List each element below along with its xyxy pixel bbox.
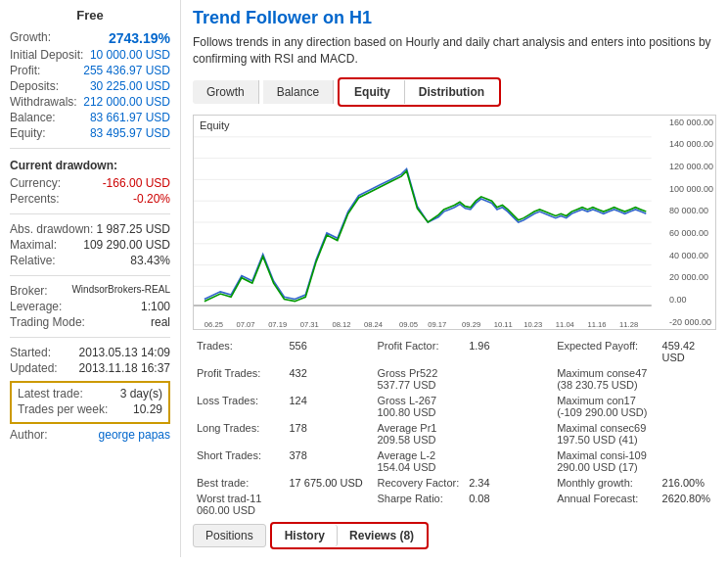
y-axis-labels: 160 000.00 140 000.00 120 000.00 100 000…: [669, 116, 713, 329]
max-consec-profit-label: Maximum conse47 (38 230.75 USD): [553, 365, 658, 393]
initial-deposit-label: Initial Deposit:: [10, 48, 83, 62]
started-label: Started:: [10, 346, 51, 359]
latest-trade-label: Latest trade:: [18, 387, 83, 400]
worst-trade-label: Worst trad-11 060.00 USD: [193, 491, 286, 518]
recovery-factor-label: Recovery Factor:: [374, 475, 466, 491]
updated-value: 2013.11.18 16:37: [79, 361, 170, 375]
relative-value: 83.43%: [130, 254, 170, 267]
abs-drawdown-label: Abs. drawdown:: [10, 222, 93, 236]
sharpe-ratio-value: 0.08: [465, 491, 553, 518]
maximal-consec-profit-label: Maximal consec69 197.50 USD (41): [553, 420, 658, 447]
chart-tabs: Growth Balance Equity Distribution: [193, 77, 716, 107]
short-trades-label: Short Trades:: [193, 447, 286, 475]
profit-label: Profit:: [10, 64, 40, 77]
svg-text:09.17: 09.17: [428, 319, 446, 328]
tab-growth[interactable]: Growth: [193, 80, 259, 104]
currency-label: Currency:: [10, 176, 61, 190]
growth-label: Growth:: [10, 30, 51, 46]
svg-text:11.04: 11.04: [556, 319, 575, 328]
latest-trade-value: 3 day(s): [120, 387, 162, 400]
tab-balance[interactable]: Balance: [263, 80, 334, 104]
long-trades-value: 178: [286, 420, 374, 447]
deposits-label: Deposits:: [10, 79, 59, 93]
profit-trades-value: 432: [286, 365, 374, 393]
trades-label: Trades:: [193, 338, 286, 365]
trading-mode-value: real: [151, 315, 170, 329]
profit-factor-value: 1.96: [465, 338, 553, 365]
trades-per-week-label: Trades per week:: [18, 402, 108, 416]
svg-text:07.31: 07.31: [300, 319, 319, 328]
svg-text:10.23: 10.23: [523, 319, 542, 328]
growth-value: 2743.19%: [109, 30, 170, 46]
maximal-label: Maximal:: [10, 238, 57, 252]
svg-text:07.19: 07.19: [268, 319, 287, 328]
sharpe-ratio-label: Sharpe Ratio:: [374, 491, 466, 518]
loss-trades-label: Loss Trades:: [193, 393, 286, 420]
max-consec-loss-label: Maximum con17 (-109 290.00 USD): [553, 393, 658, 420]
recovery-factor-value: 2.34: [465, 475, 553, 491]
svg-text:08.24: 08.24: [364, 319, 384, 328]
active-bottom-tab-group: History Reviews (8): [270, 522, 429, 549]
annual-forecast-value: 2620.80%: [659, 491, 716, 518]
percents-value: -0.20%: [133, 192, 170, 206]
broker-value: WindsorBrokers-REAL: [71, 284, 170, 298]
equity-label: Equity:: [10, 126, 46, 140]
main-title: Trend Follower on H1: [193, 8, 716, 28]
percents-label: Percents:: [10, 192, 60, 206]
long-trades-label: Long Trades:: [193, 420, 286, 447]
author-label: Author:: [10, 428, 48, 442]
sidebar-title: Free: [10, 8, 170, 23]
initial-deposit-value: 10 000.00 USD: [90, 48, 170, 62]
svg-text:11.16: 11.16: [587, 319, 606, 328]
author-link[interactable]: george papas: [99, 428, 170, 442]
withdrawals-label: Withdrawals:: [10, 95, 77, 109]
leverage-value: 1:100: [141, 300, 170, 313]
profit-trades-label: Profit Trades:: [193, 365, 286, 393]
deposits-value: 30 225.00 USD: [90, 79, 170, 93]
active-tab-group: Equity Distribution: [338, 77, 501, 107]
avg-loss-label: Average L-2 154.04 USD: [374, 447, 466, 475]
svg-text:09.29: 09.29: [462, 319, 480, 328]
svg-text:10.11: 10.11: [494, 319, 513, 328]
main-description: Follows trends in any direction based on…: [193, 34, 716, 68]
withdrawals-value: 212 000.00 USD: [83, 95, 170, 109]
gross-loss-label: Gross L-267 100.80 USD: [374, 393, 466, 420]
maximal-consec-loss-label: Maximal consi-109 290.00 USD (17): [553, 447, 658, 475]
stats-table: Trades: 556 Profit Factor: 1.96 Expected…: [193, 338, 716, 518]
drawdown-title: Current drawdown:: [10, 159, 170, 172]
gross-profit-label: Gross PrGross Pr522 537.77 USD: [374, 365, 466, 393]
bottom-tabs: Positions History Reviews (8): [193, 522, 716, 549]
profit-value: 255 436.97 USD: [83, 64, 170, 77]
svg-text:09.05: 09.05: [399, 319, 418, 328]
svg-text:11.28: 11.28: [619, 319, 638, 328]
tab-reviews[interactable]: Reviews (8): [338, 525, 426, 546]
monthly-growth-label: Monthly growth:: [553, 475, 658, 491]
trades-per-week-value: 10.29: [133, 402, 162, 416]
broker-label: Broker:: [10, 284, 48, 298]
annual-forecast-label: Annual Forecast:: [553, 491, 658, 518]
chart-label: Equity: [200, 119, 230, 131]
trading-mode-label: Trading Mode:: [10, 315, 85, 329]
tab-equity[interactable]: Equity: [341, 80, 405, 104]
svg-text:06.25: 06.25: [205, 319, 223, 328]
expected-payoff-value: 459.42 USD: [659, 338, 716, 365]
monthly-growth-value: 216.00%: [659, 475, 716, 491]
short-trades-value: 378: [286, 447, 374, 475]
leverage-label: Leverage:: [10, 300, 62, 313]
maximal-value: 109 290.00 USD: [83, 238, 170, 252]
best-trade-value: 17 675.00 USD: [286, 475, 374, 491]
started-value: 2013.05.13 14:09: [79, 346, 170, 359]
trades-value: 556: [286, 338, 374, 365]
abs-drawdown-value: 1 987.25 USD: [97, 222, 170, 236]
loss-trades-value: 124: [286, 393, 374, 420]
svg-text:08.12: 08.12: [332, 319, 350, 328]
tab-positions[interactable]: Positions: [193, 524, 266, 547]
tab-distribution[interactable]: Distribution: [405, 80, 498, 104]
balance-label: Balance:: [10, 111, 56, 124]
equity-chart: Equity 160 000.00 140 000.00 120 000.00 …: [193, 115, 716, 330]
relative-label: Relative:: [10, 254, 56, 267]
tab-history[interactable]: History: [273, 525, 338, 546]
currency-value: -166.00 USD: [103, 176, 170, 190]
chart-svg: 06.25 07.07 07.19 07.31 08.12 08.24 09.0…: [194, 116, 715, 329]
svg-text:07.07: 07.07: [237, 319, 255, 328]
